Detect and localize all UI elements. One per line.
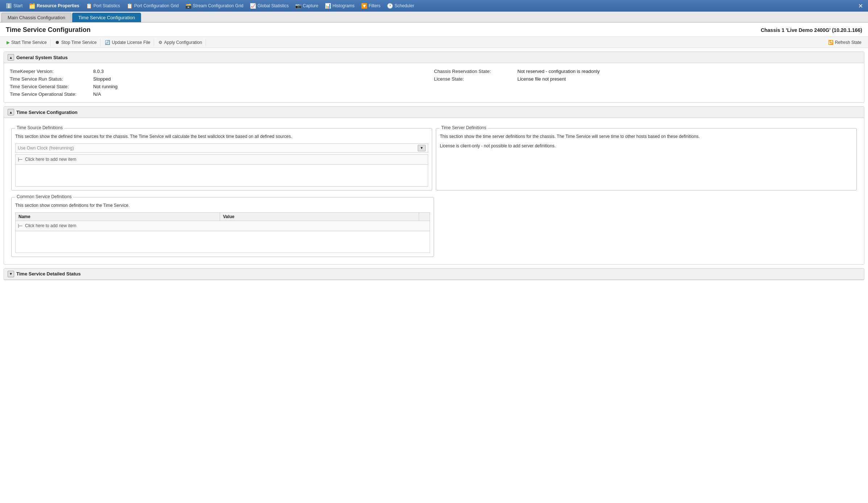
- refresh-state-button[interactable]: 🔁 Refresh State: [824, 39, 865, 46]
- time-service-config-section: ▲ Time Service Configuration Time Source…: [4, 106, 864, 265]
- update-license-button[interactable]: 🔄 Update License File: [101, 39, 154, 46]
- titlebar-tab-port-config-label: Port Configuration Grid: [134, 3, 179, 8]
- tab-main-chassis[interactable]: Main Chassis Configuration: [1, 13, 71, 22]
- stop-icon: ⏺: [55, 40, 60, 45]
- time-source-desc: This section show the defined time sourc…: [15, 134, 428, 140]
- time-source-input-row: Use Own Clock (freerunning) ▼: [15, 143, 428, 153]
- add-item-label: Click here to add new item: [25, 157, 76, 162]
- col-value-header: Value: [220, 212, 419, 221]
- titlebar-tab-start[interactable]: ℹ️ Start: [3, 2, 25, 9]
- time-source-group: Time Source Definitions This section sho…: [11, 128, 432, 191]
- time-server-title: Time Server Definitions: [440, 125, 488, 130]
- resource-icon: 🗂️: [29, 3, 35, 9]
- apply-icon: ⚙: [158, 40, 162, 45]
- general-status-section: ▲ General System Status TimeKeeper Versi…: [4, 52, 864, 103]
- time-source-title: Time Source Definitions: [15, 125, 64, 130]
- general-status-header: ▲ General System Status: [4, 52, 864, 63]
- titlebar-tab-capture-label: Capture: [303, 3, 318, 8]
- titlebar-tab-histograms[interactable]: 📊 Histograms: [322, 2, 357, 9]
- titlebar-tab-filters[interactable]: 🔽 Filters: [358, 2, 384, 9]
- license-value: License file not present: [517, 76, 566, 82]
- toolbar: ▶ Start Time Service ⏺ Stop Time Service…: [0, 37, 868, 48]
- apply-label: Apply Configuration: [164, 40, 202, 45]
- general-status-title: General System Status: [16, 55, 68, 60]
- titlebar-tab-global-stats[interactable]: 📈 Global Statistics: [247, 2, 292, 9]
- time-service-config-body: Time Source Definitions This section sho…: [4, 118, 864, 264]
- general-label: Time Service General State:: [10, 84, 93, 89]
- filters-icon: 🔽: [361, 3, 367, 9]
- titlebar-tab-port-stats[interactable]: 📋 Port Statistics: [83, 2, 123, 9]
- refresh-icon: 🔁: [828, 40, 834, 45]
- col-name-header: Name: [16, 212, 220, 221]
- titlebar-tab-capture[interactable]: 📷 Capture: [292, 2, 321, 9]
- titlebar-tab-histograms-label: Histograms: [332, 3, 355, 8]
- titlebar-tabs: ℹ️ Start 🗂️ Resource Properties 📋 Port S…: [3, 2, 855, 9]
- titlebar-tab-resource[interactable]: 🗂️ Resource Properties: [26, 2, 82, 9]
- titlebar-tab-filters-label: Filters: [369, 3, 381, 8]
- status-row-operational: Time Service Operational State: N/A: [10, 90, 434, 98]
- status-right-col: Chassis Reservation State: Not reserved …: [434, 68, 858, 98]
- titlebar-tab-stream-config-label: Stream Configuration Grid: [193, 3, 243, 8]
- time-server-license-note: License is client-only - not possible to…: [440, 143, 853, 148]
- time-service-detailed-collapse[interactable]: ▼: [8, 271, 14, 277]
- common-service-empty-area: [15, 231, 430, 253]
- start-time-service-button[interactable]: ▶ Start Time Service: [3, 39, 51, 46]
- time-source-add-item[interactable]: ⊢ Click here to add new item: [15, 154, 428, 165]
- version-label: TimeKeeper Version:: [10, 69, 93, 74]
- add-item-icon: ⊢: [18, 156, 23, 163]
- run-label: Time Service Run Status:: [10, 76, 93, 82]
- time-source-empty-area: [15, 165, 428, 187]
- titlebar: ℹ️ Start 🗂️ Resource Properties 📋 Port S…: [0, 0, 868, 12]
- stop-label: Stop Time Service: [61, 40, 96, 45]
- titlebar-tab-port-config[interactable]: 📋 Port Configuration Grid: [124, 2, 182, 9]
- page-title: Time Service Configuration: [6, 26, 91, 34]
- titlebar-tab-scheduler-label: Scheduler: [394, 3, 414, 8]
- reservation-value: Not reserved - configuration is readonly: [517, 69, 600, 74]
- version-value: 8.0.3: [93, 69, 104, 74]
- time-server-group: Time Server Definitions This section sho…: [436, 128, 857, 191]
- general-status-collapse[interactable]: ▲: [8, 54, 14, 61]
- start-icon: ℹ️: [6, 3, 12, 9]
- operational-label: Time Service Operational State:: [10, 91, 93, 97]
- common-service-table: Name Value: [15, 212, 430, 221]
- apply-config-button[interactable]: ⚙ Apply Configuration: [155, 39, 206, 46]
- histograms-icon: 📊: [325, 3, 331, 9]
- titlebar-tab-resource-label: Resource Properties: [37, 3, 79, 8]
- tab-time-service[interactable]: Time Service Configuration: [72, 13, 141, 22]
- refresh-label: Refresh State: [835, 40, 861, 45]
- status-row-version: TimeKeeper Version: 8.0.3: [10, 68, 434, 75]
- status-row-general: Time Service General State: Not running: [10, 83, 434, 90]
- general-value: Not running: [93, 84, 117, 89]
- time-source-placeholder: Use Own Clock (freerunning): [18, 146, 418, 151]
- stop-time-service-button[interactable]: ⏺ Stop Time Service: [51, 38, 100, 46]
- update-icon: 🔄: [105, 40, 110, 45]
- status-row-license: License State: License file not present: [434, 75, 858, 83]
- time-service-detailed-section: ▼ Time Service Detailed Status: [4, 268, 864, 280]
- status-row-run: Time Service Run Status: Stopped: [10, 75, 434, 83]
- update-label: Update License File: [112, 40, 150, 45]
- run-value: Stopped: [93, 76, 111, 82]
- titlebar-tab-start-label: Start: [13, 3, 22, 8]
- time-service-config-collapse[interactable]: ▲: [8, 109, 14, 115]
- common-service-desc: This section show common definitions for…: [15, 203, 430, 209]
- titlebar-tab-global-stats-label: Global Statistics: [257, 3, 289, 8]
- titlebar-tab-scheduler[interactable]: 🕐 Scheduler: [384, 2, 417, 9]
- port-stats-icon: 📋: [86, 3, 92, 9]
- titlebar-tab-port-stats-label: Port Statistics: [94, 3, 120, 8]
- capture-icon: 📷: [295, 3, 301, 9]
- titlebar-tab-stream-config[interactable]: 🗃️ Stream Configuration Grid: [182, 2, 246, 9]
- close-button[interactable]: ✕: [856, 2, 865, 10]
- operational-value: N/A: [93, 91, 101, 97]
- tabbar: Main Chassis Configuration Time Service …: [0, 12, 868, 23]
- common-service-group: Common Service Definitions This section …: [11, 197, 434, 257]
- common-service-add-item[interactable]: ⊢ Click here to add new item: [15, 221, 430, 231]
- start-icon: ▶: [7, 40, 10, 45]
- status-grid: TimeKeeper Version: 8.0.3 Time Service R…: [10, 68, 858, 98]
- status-row-reservation: Chassis Reservation State: Not reserved …: [434, 68, 858, 75]
- time-service-two-col: Time Source Definitions This section sho…: [8, 122, 860, 194]
- time-service-detailed-title: Time Service Detailed Status: [16, 271, 81, 277]
- time-server-desc: This section show the time server defini…: [440, 134, 853, 140]
- time-service-config-title: Time Service Configuration: [16, 110, 78, 115]
- time-source-dropdown-btn[interactable]: ▼: [418, 145, 426, 151]
- main-content: Time Service Configuration Chassis 1 'Li…: [0, 23, 868, 503]
